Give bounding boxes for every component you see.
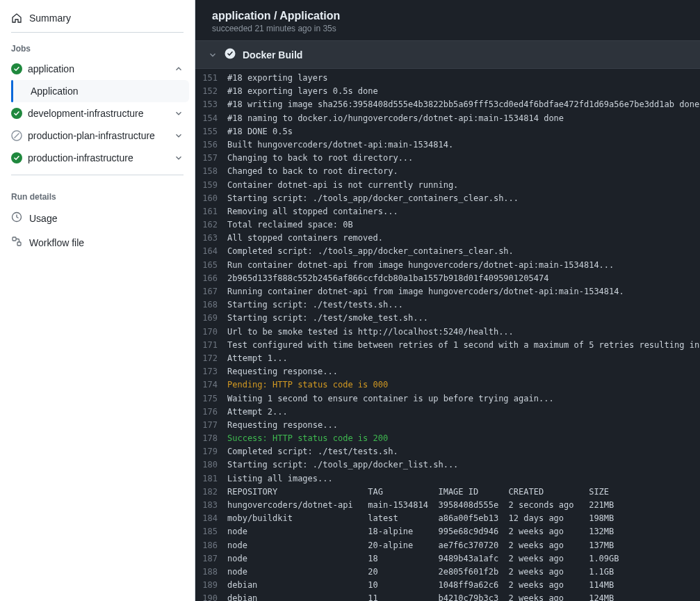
line-number: 166: [195, 272, 227, 285]
job-label: production-infrastructure: [28, 152, 168, 163]
log-line: 190debian 11 b4210c79b3c3 2 weeks ago 12…: [195, 592, 700, 601]
log-text: #18 exporting layers 0.5s done: [227, 85, 700, 98]
log-line: 151#18 exporting layers: [195, 72, 700, 85]
log-line: 152#18 exporting layers 0.5s done: [195, 85, 700, 98]
sidebar: Summary Jobs applicationApplicationdevel…: [0, 0, 195, 601]
line-number: 162: [195, 218, 227, 232]
log-text: Running container dotnet-api from image …: [227, 285, 700, 298]
line-number: 160: [195, 192, 227, 205]
line-number: 174: [195, 378, 227, 392]
log-line: 178Success: HTTP status code is 200: [195, 432, 700, 445]
svg-rect-7: [17, 242, 21, 246]
job-row[interactable]: development-infrastructure: [6, 102, 189, 125]
line-number: 170: [195, 326, 227, 339]
line-number: 159: [195, 179, 227, 192]
sub-job-row[interactable]: Application: [11, 80, 189, 102]
log-line: 153#18 writing image sha256:3958408d555e…: [195, 98, 700, 111]
log-text: Starting script: ./tools_app/docker_list…: [227, 458, 700, 472]
chevron-icon: [174, 131, 184, 141]
status-icon: [11, 130, 22, 141]
line-number: 184: [195, 512, 227, 525]
line-number: 176: [195, 406, 227, 419]
check-circle-icon: [225, 48, 236, 61]
log-text: #18 exporting layers: [227, 72, 700, 85]
log-text: 2b965d133f888c552b2456af866ccfdcb80a1ba1…: [227, 272, 700, 285]
run-details-label: Usage: [29, 213, 57, 224]
log-line: 184moby/buildkit latest a86a00f5eb13 12 …: [195, 512, 700, 525]
log-line: 169Starting script: ./test/smoke_test.sh…: [195, 312, 700, 325]
line-number: 155: [195, 125, 227, 138]
line-number: 168: [195, 298, 227, 312]
line-number: 172: [195, 352, 227, 365]
line-number: 167: [195, 285, 227, 298]
log-line: 176Attempt 2...: [195, 406, 700, 419]
line-number: 161: [195, 205, 227, 218]
line-number: 156: [195, 138, 227, 152]
log-line: 167Running container dotnet-api from ima…: [195, 285, 700, 298]
divider: [11, 175, 184, 175]
summary-label: Summary: [29, 13, 71, 24]
chevron-icon: [174, 109, 184, 118]
line-number: 187: [195, 552, 227, 566]
log-line: 186node 20-alpine ae7f6c370720 2 weeks a…: [195, 539, 700, 552]
line-number: 165: [195, 259, 227, 272]
log-line: 159Container dotnet-api is not currently…: [195, 179, 700, 192]
summary-link[interactable]: Summary: [11, 7, 184, 33]
run-details-item[interactable]: Workflow file: [0, 230, 195, 255]
clock-icon: [11, 211, 22, 225]
job-row[interactable]: production-plan-infrastructure: [6, 125, 189, 147]
log-line: 162Total reclaimed space: 0B: [195, 218, 700, 232]
line-number: 157: [195, 152, 227, 165]
log-line: 154#18 naming to docker.io/hungovercoder…: [195, 112, 700, 125]
status-icon: [11, 108, 22, 119]
log-text: Pending: HTTP status code is 000: [227, 378, 700, 392]
log-output[interactable]: 151#18 exporting layers152#18 exporting …: [195, 69, 700, 601]
log-line: 175Waiting 1 second to ensure container …: [195, 392, 700, 406]
line-number: 181: [195, 472, 227, 486]
run-details-list: UsageWorkflow file: [0, 206, 195, 255]
log-text: Starting script: ./tools_app/docker_cont…: [227, 192, 700, 205]
log-line: 172Attempt 1...: [195, 352, 700, 365]
log-text: Success: HTTP status code is 200: [227, 432, 700, 445]
log-text: Url to be smoke tested is http://localho…: [227, 326, 700, 339]
line-number: 180: [195, 458, 227, 472]
job-label: development-infrastructure: [28, 108, 168, 119]
status-icon: [11, 152, 22, 163]
log-text: Attempt 2...: [227, 406, 700, 419]
log-text: Completed script: ./tools_app/docker_con…: [227, 245, 700, 258]
step-name: Docker Build: [243, 49, 302, 61]
job-row[interactable]: application: [6, 58, 189, 80]
chevron-icon: [174, 153, 184, 163]
log-line: 188node 20 2e805f601f2b 2 weeks ago 1.1G…: [195, 566, 700, 579]
log-pane: application / Application succeeded 21 m…: [195, 0, 700, 601]
run-details-heading: Run details: [0, 181, 195, 206]
line-number: 173: [195, 365, 227, 378]
line-number: 175: [195, 392, 227, 406]
log-text: debian 10 1048ff9a62c6 2 weeks ago 114MB: [227, 579, 700, 592]
log-text: moby/buildkit latest a86a00f5eb13 12 day…: [227, 512, 700, 525]
line-number: 182: [195, 486, 227, 499]
log-line: 179Completed script: ./test/tests.sh.: [195, 445, 700, 458]
job-row[interactable]: production-infrastructure: [6, 147, 189, 169]
status-icon: [11, 63, 22, 74]
log-line: 160Starting script: ./tools_app/docker_c…: [195, 192, 700, 205]
run-details-item[interactable]: Usage: [0, 206, 195, 230]
log-text: Requesting response...: [227, 419, 700, 432]
chevron-down-icon: [208, 50, 218, 60]
workflow-icon: [11, 236, 22, 249]
log-line: 161Removing all stopped containers...: [195, 205, 700, 218]
step-header[interactable]: Docker Build: [195, 40, 700, 69]
log-text: #18 naming to docker.io/hungovercoders/d…: [227, 112, 700, 125]
log-text: Changed to back to root directory.: [227, 165, 700, 178]
svg-line-3: [15, 134, 19, 138]
log-text: Test configured with time between retrie…: [227, 339, 700, 352]
line-number: 154: [195, 112, 227, 125]
log-line: 189debian 10 1048ff9a62c6 2 weeks ago 11…: [195, 579, 700, 592]
log-text: Attempt 1...: [227, 352, 700, 365]
log-text: Requesting response...: [227, 365, 700, 378]
sub-job-label: Application: [31, 86, 79, 97]
log-line: 1662b965d133f888c552b2456af866ccfdcb80a1…: [195, 272, 700, 285]
line-number: 177: [195, 419, 227, 432]
jobs-heading: Jobs: [0, 33, 195, 58]
line-number: 183: [195, 499, 227, 512]
